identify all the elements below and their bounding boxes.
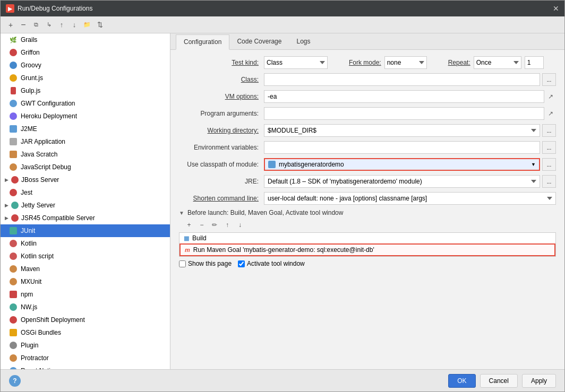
activate-window-checkbox[interactable] xyxy=(238,260,245,267)
show-page-checkbox[interactable] xyxy=(179,260,186,267)
sidebar-item-label: Gulp.js xyxy=(21,87,40,94)
env-vars-input[interactable] xyxy=(264,141,540,154)
sidebar-item-label: Groovy xyxy=(21,62,41,69)
launch-item-maven[interactable]: m Run Maven Goal 'mybatis-generator-demo… xyxy=(179,243,555,256)
sidebar-item-openshift[interactable]: OpenShift Deployment xyxy=(1,313,170,326)
repeat-count-input[interactable]: 1 xyxy=(525,56,544,69)
move-into-button[interactable]: ↳ xyxy=(43,19,55,31)
jre-browse-button[interactable]: ... xyxy=(542,175,556,188)
sidebar-item-label: JSR45 Compatible Server xyxy=(21,214,95,222)
vm-options-expand-button[interactable]: ↗ xyxy=(545,90,556,103)
classpath-module-browse-button[interactable]: ... xyxy=(542,158,556,171)
sidebar-item-grails[interactable]: 🌿 Grails xyxy=(1,33,170,46)
copy-button[interactable]: ⧉ xyxy=(30,19,42,31)
footer-right: OK Cancel Apply xyxy=(448,374,556,388)
show-page-checkbox-label[interactable]: Show this page xyxy=(179,260,232,267)
build-icon: ▦ xyxy=(184,235,189,242)
sidebar-item-heroku[interactable]: Heroku Deployment xyxy=(1,110,170,123)
jest-icon xyxy=(9,188,18,197)
classpath-module-select[interactable]: mybatisgeneratordemo ▼ xyxy=(264,158,540,171)
repeat-select[interactable]: Once xyxy=(474,56,521,69)
sidebar-item-protractor[interactable]: Protractor xyxy=(1,352,170,364)
sidebar-item-gwt[interactable]: GWT Configuration xyxy=(1,97,170,110)
sidebar-item-griffon[interactable]: Griffon xyxy=(1,46,170,59)
sidebar-item-react-native[interactable]: React Native xyxy=(1,364,170,369)
fork-mode-select[interactable]: none xyxy=(384,56,427,69)
sidebar-item-gulp[interactable]: Gulp.js xyxy=(1,84,170,97)
sidebar-item-j2me[interactable]: J2ME xyxy=(1,123,170,135)
jre-row: JRE: Default (1.8 – SDK of 'mybatisgener… xyxy=(179,175,556,188)
sidebar-item-jetty[interactable]: ▶ Jetty Server xyxy=(1,199,170,212)
before-launch-down-button[interactable]: ↓ xyxy=(234,220,246,230)
sidebar-item-js-debug[interactable]: JavaScript Debug xyxy=(1,161,170,173)
sidebar-item-jboss[interactable]: ▶ JBoss Server xyxy=(1,173,170,186)
class-input[interactable] xyxy=(264,73,540,86)
add-button[interactable]: + xyxy=(5,19,16,31)
tab-logs[interactable]: Logs xyxy=(289,33,318,50)
launch-item-build[interactable]: ▦ Build xyxy=(179,233,555,243)
before-launch-up-button[interactable]: ↑ xyxy=(221,220,233,230)
env-vars-browse-button[interactable]: ... xyxy=(542,141,556,154)
sidebar-item-java-scratch[interactable]: Java Scratch xyxy=(1,148,170,161)
sidebar-item-nwjs[interactable]: NW.js xyxy=(1,301,170,313)
move-up-button[interactable]: ↑ xyxy=(56,19,67,31)
program-args-expand-button[interactable]: ↗ xyxy=(545,107,556,120)
build-item-label: Build xyxy=(192,234,207,242)
sidebar-item-mxunit[interactable]: MXUnit xyxy=(1,275,170,288)
remove-button[interactable]: − xyxy=(18,19,29,31)
sidebar-item-label: Grunt.js xyxy=(21,74,43,82)
activate-window-checkbox-label[interactable]: Activate tool window xyxy=(238,260,305,267)
chevron-right-icon: ▶ xyxy=(5,177,8,182)
sidebar-item-label: Protractor xyxy=(21,354,49,362)
junit-icon xyxy=(9,227,18,235)
before-launch-edit-button[interactable]: ✏ xyxy=(209,220,220,230)
help-button[interactable]: ? xyxy=(9,375,21,387)
shorten-cmd-select[interactable]: user-local default: none - java [options… xyxy=(264,192,556,205)
working-dir-label: Working directory: xyxy=(179,127,264,134)
sidebar-item-jar[interactable]: JAR Application xyxy=(1,135,170,148)
sidebar-item-osgi[interactable]: OSGi Bundles xyxy=(1,326,170,339)
sidebar-item-jsr45[interactable]: ▶ JSR45 Compatible Server xyxy=(1,212,170,224)
tab-code-coverage[interactable]: Code Coverage xyxy=(229,33,289,50)
ok-button[interactable]: OK xyxy=(448,374,475,388)
dialog-footer: ? OK Cancel Apply xyxy=(1,369,564,391)
toolbar: + − ⧉ ↳ ↑ ↓ 📁 ⇅ xyxy=(1,16,564,33)
groovy-icon xyxy=(9,61,18,69)
move-down-button[interactable]: ↓ xyxy=(69,19,80,31)
program-args-row: Program arguments: ↗ xyxy=(179,107,556,120)
sidebar-item-plugin[interactable]: Plugin xyxy=(1,339,170,352)
test-kind-select[interactable]: Class xyxy=(264,56,328,69)
folder-button[interactable]: 📁 xyxy=(81,19,93,31)
sidebar-item-jest[interactable]: Jest xyxy=(1,186,170,199)
sidebar-item-junit[interactable]: JUnit xyxy=(1,224,170,237)
class-browse-button[interactable]: ... xyxy=(542,73,556,86)
vm-options-input[interactable]: -ea xyxy=(264,90,544,103)
sidebar-item-kotlin-script[interactable]: Kotlin script xyxy=(1,250,170,263)
jre-select[interactable]: Default (1.8 – SDK of 'mybatisgeneratord… xyxy=(264,175,540,188)
sidebar-item-label: Grails xyxy=(21,36,37,43)
program-args-label: Program arguments: xyxy=(179,110,264,117)
class-row: Class: ... xyxy=(179,73,556,86)
tab-configuration[interactable]: Configuration xyxy=(176,34,229,50)
sidebar-item-maven[interactable]: Maven xyxy=(1,263,170,275)
sidebar-item-groovy[interactable]: Groovy xyxy=(1,59,170,72)
sort-button[interactable]: ⇅ xyxy=(94,19,106,31)
collapse-arrow-icon: ▼ xyxy=(179,210,184,216)
before-launch-remove-button[interactable]: − xyxy=(196,220,208,230)
content-area: 🌿 Grails Griffon Groovy xyxy=(1,33,564,369)
close-button[interactable]: ✕ xyxy=(553,4,559,13)
repeat-label: Repeat: xyxy=(448,59,470,66)
sidebar-item-npm[interactable]: npm xyxy=(1,288,170,301)
program-args-input[interactable] xyxy=(264,107,544,120)
sidebar-item-grunt[interactable]: Grunt.js xyxy=(1,72,170,84)
before-launch-add-button[interactable]: + xyxy=(183,220,195,230)
working-dir-select[interactable]: $MODULE_DIR$ xyxy=(264,124,540,137)
apply-button[interactable]: Apply xyxy=(522,374,556,388)
sidebar-item-kotlin[interactable]: Kotlin xyxy=(1,237,170,250)
protractor-icon xyxy=(9,354,18,362)
cancel-button[interactable]: Cancel xyxy=(480,374,518,388)
working-dir-browse-button[interactable]: ... xyxy=(542,124,556,137)
jre-label: JRE: xyxy=(179,178,264,185)
sidebar-item-label: Jetty Server xyxy=(21,202,55,209)
maven-run-icon: m xyxy=(185,247,190,253)
